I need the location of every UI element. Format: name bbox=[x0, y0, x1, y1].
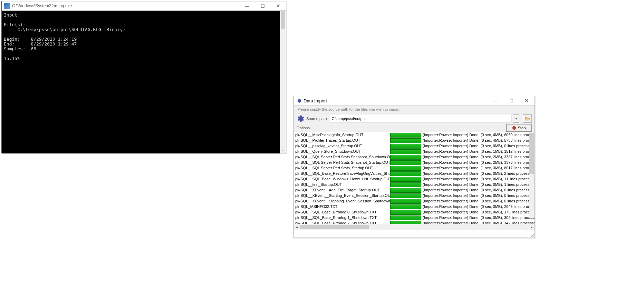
progress-bar bbox=[390, 177, 421, 182]
progress-bar bbox=[390, 215, 421, 220]
file-name-cell: pk-SQL__SQL_Base_Errorlog.2_Shutdown.TXT bbox=[294, 221, 390, 224]
status-cell: (Importer:Rowset Importer) Done. (0 sec,… bbox=[423, 149, 535, 153]
table-row[interactable]: pk-SQL__XEvent__Add_File_Target_Startup.… bbox=[294, 187, 535, 193]
file-name-cell: pk-SQL__SQL_Base_Errorlog.1_Shutdown.TXT bbox=[294, 215, 390, 220]
file-name-cell: pk-SQL__XEvent__Add_File_Target_Startup.… bbox=[294, 188, 390, 192]
table-row[interactable]: pk-SQL__SQL Server Perf Stats_Startup.OU… bbox=[294, 165, 535, 171]
minimize-button[interactable]: — bbox=[488, 96, 503, 105]
console-output: Input ---------------- File(s): C:\temp\… bbox=[2, 11, 286, 63]
file-name-cell: pk-SQL__SQL Server Perf Stats Snapshot_S… bbox=[294, 155, 390, 159]
import-grid[interactable]: pk-SQL__MiscPssdiagInfo_Startup.OUT(Impo… bbox=[294, 132, 535, 224]
progress-bar bbox=[390, 133, 421, 138]
hint-text: Please supply the source path for the fi… bbox=[294, 106, 535, 113]
progress-cell bbox=[390, 188, 421, 192]
table-row[interactable]: pk-SQL__SQL Server Perf Stats Snapshot_S… bbox=[294, 154, 535, 160]
close-button[interactable]: ✕ bbox=[270, 1, 286, 10]
progress-bar bbox=[390, 221, 421, 224]
minimize-button[interactable]: — bbox=[239, 1, 255, 10]
table-row[interactable]: pk-SQL__XEvent__Stopping_Event_Session_S… bbox=[294, 198, 535, 204]
progress-bar bbox=[390, 199, 421, 204]
resize-grip[interactable] bbox=[530, 233, 534, 237]
file-name-cell: pk-SQL__XEvent__Starting_Event_Session_S… bbox=[294, 193, 390, 198]
progress-cell bbox=[390, 160, 421, 164]
progress-bar bbox=[390, 188, 421, 193]
import-grid-area: pk-SQL__MiscPssdiagInfo_Startup.OUT(Impo… bbox=[294, 132, 535, 230]
progress-cell bbox=[390, 149, 421, 153]
progress-cell bbox=[390, 221, 421, 224]
progress-cell bbox=[390, 210, 421, 214]
console-scrollbar[interactable]: ▾ bbox=[280, 11, 286, 153]
table-row[interactable]: pk-SQL__MiscPssdiagInfo_Startup.OUT(Impo… bbox=[294, 132, 535, 138]
file-name-cell: pk-SQL_MSINFO32.TXT bbox=[294, 204, 390, 209]
table-row[interactable]: pk-SQL__SQL_Base_Errorlog.0_Shutdown.TXT… bbox=[294, 209, 535, 215]
progress-cell bbox=[390, 204, 421, 209]
progress-bar bbox=[390, 171, 421, 176]
table-row[interactable]: pk-SQL__SQL_Base_RestoreTraceFlagOrigVal… bbox=[294, 171, 535, 176]
relog-console-window: C:\Windows\System32\relog.exe — ☐ ✕ Inpu… bbox=[1, 1, 286, 153]
folder-open-icon bbox=[525, 117, 530, 121]
console-titlebar[interactable]: C:\Windows\System32\relog.exe — ☐ ✕ bbox=[2, 1, 286, 11]
table-row[interactable]: pk-SQL__SQL Server Perf Stats Snapshot_S… bbox=[294, 160, 535, 165]
progress-cell bbox=[390, 133, 421, 137]
source-path-dropdown[interactable]: ▾ bbox=[513, 114, 519, 123]
scrollbar-thumb[interactable] bbox=[281, 11, 285, 29]
scrollbar-right-icon[interactable]: ▸ bbox=[529, 224, 535, 230]
import-titlebar[interactable]: Data Import — ☐ ✕ bbox=[294, 96, 535, 106]
progress-bar bbox=[390, 204, 421, 209]
table-row[interactable]: pk-SQL__SQL_Base_Errorlog.2_Shutdown.TXT… bbox=[294, 220, 535, 224]
table-row[interactable]: pk-SQL__Profiler Traces_Startup.OUT(Impo… bbox=[294, 138, 535, 143]
table-row[interactable]: pk-SQL__XEvent__Starting_Event_Session_S… bbox=[294, 193, 535, 198]
status-cell: (Importer:Rowset Importer) Done. (0 sec,… bbox=[423, 182, 535, 187]
progress-bar bbox=[390, 149, 421, 154]
options-bar: Options Stop bbox=[294, 124, 535, 132]
maximize-button[interactable]: ☐ bbox=[255, 1, 270, 10]
progress-bar bbox=[390, 138, 421, 143]
progress-cell bbox=[390, 193, 421, 198]
file-name-cell: pk-SQL__test_Startup.OUT bbox=[294, 182, 390, 187]
table-row[interactable]: pk-SQL__Query Store_Shutdown.OUT(Importe… bbox=[294, 149, 535, 154]
file-name-cell: pk-SQL__SQL_Base_Errorlog.0_Shutdown.TXT bbox=[294, 210, 390, 214]
file-name-cell: pk-SQL__MiscPssdiagInfo_Startup.OUT bbox=[294, 133, 390, 137]
status-cell: (Importer:Rowset Importer) Done. (0 sec,… bbox=[423, 204, 535, 209]
progress-bar bbox=[390, 144, 421, 149]
browse-button[interactable] bbox=[523, 114, 532, 123]
stop-button[interactable]: Stop bbox=[506, 124, 532, 132]
status-cell: (Importer:Rowset Importer) Done. (0 sec,… bbox=[423, 171, 535, 175]
file-name-cell: pk-SQL__Query Store_Shutdown.OUT bbox=[294, 149, 390, 153]
source-path-input[interactable] bbox=[330, 115, 511, 122]
status-cell: (Importer:Rowset Importer) Done. (0 sec,… bbox=[423, 210, 535, 214]
progress-cell bbox=[390, 199, 421, 203]
file-name-cell: pk-SQL__Profiler Traces_Startup.OUT bbox=[294, 138, 390, 142]
table-row[interactable]: pk-SQL__SQL_Base_Errorlog.1_Shutdown.TXT… bbox=[294, 215, 535, 220]
close-button[interactable]: ✕ bbox=[519, 96, 535, 105]
scrollbar-down-icon[interactable]: ▾ bbox=[280, 148, 286, 153]
status-cell: (Importer:Rowset Importer) Done. (0 sec,… bbox=[423, 188, 535, 192]
console-icon bbox=[4, 3, 10, 9]
maximize-button[interactable]: ☐ bbox=[503, 96, 519, 105]
scrollbar-thumb[interactable] bbox=[529, 133, 534, 174]
file-name-cell: pk-SQL__SQL Server Perf Stats_Startup.OU… bbox=[294, 166, 390, 170]
source-path-row: Source path: ▾ bbox=[294, 113, 535, 124]
options-link[interactable]: Options bbox=[297, 126, 310, 130]
console-body[interactable]: Input ---------------- File(s): C:\temp\… bbox=[2, 11, 286, 153]
table-row[interactable]: pk-SQL_MSINFO32.TXT(Importer:Rowset Impo… bbox=[294, 204, 535, 209]
file-name-cell: pk-SQL__SQL_Base_RestoreTraceFlagOrigVal… bbox=[294, 171, 390, 175]
file-name-cell: pk-SQL__SQL Server Perf Stats Snapshot_S… bbox=[294, 160, 390, 164]
scrollbar-track[interactable] bbox=[300, 224, 529, 230]
gear-icon bbox=[297, 115, 304, 122]
progress-cell bbox=[390, 144, 421, 148]
grid-vertical-scrollbar[interactable] bbox=[529, 132, 535, 218]
status-cell: (Importer:Rowset Importer) Done. (0 sec,… bbox=[423, 144, 535, 148]
scrollbar-thumb[interactable] bbox=[300, 225, 369, 229]
scrollbar-left-icon[interactable]: ◂ bbox=[294, 224, 300, 230]
status-cell: (Importer:Rowset Importer) Done. (0 sec,… bbox=[423, 155, 535, 159]
table-row[interactable]: pk-SQL__SQL_Base_Windows_Hotfix_List_Sta… bbox=[294, 176, 535, 182]
status-cell: (Importer:Rowset Importer) Done. (0 sec,… bbox=[423, 177, 535, 181]
progress-bar bbox=[390, 193, 421, 198]
status-cell: (Importer:Rowset Importer) Done. (0 sec,… bbox=[423, 221, 535, 224]
grid-horizontal-scrollbar[interactable]: ◂ ▸ bbox=[294, 224, 535, 230]
progress-cell bbox=[390, 182, 421, 187]
table-row[interactable]: pk-SQL__pssdiag_xevent_Startup.OUT(Impor… bbox=[294, 143, 535, 149]
table-row[interactable]: pk-SQL__test_Startup.OUT(Importer:Rowset… bbox=[294, 182, 535, 187]
console-title: C:\Windows\System32\relog.exe bbox=[12, 3, 72, 8]
